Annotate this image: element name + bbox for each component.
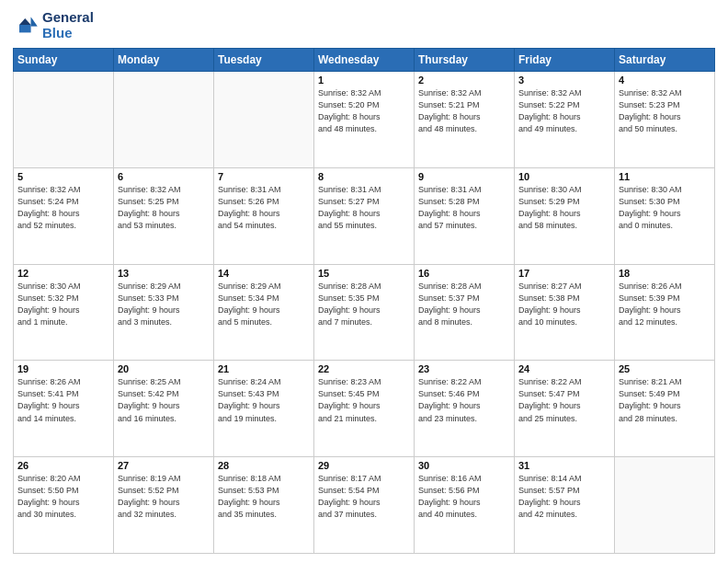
day-detail: Sunrise: 8:20 AM Sunset: 5:50 PM Dayligh…	[17, 473, 109, 521]
weekday-header-row: SundayMondayTuesdayWednesdayThursdayFrid…	[14, 49, 715, 72]
page: General Blue SundayMondayTuesdayWednesda…	[0, 0, 728, 563]
day-number: 22	[318, 363, 410, 374]
day-cell-9: 9Sunrise: 8:31 AM Sunset: 5:28 PM Daylig…	[415, 167, 515, 264]
day-number: 30	[418, 460, 510, 471]
day-cell-18: 18Sunrise: 8:26 AM Sunset: 5:39 PM Dayli…	[615, 264, 715, 361]
svg-rect-2	[19, 25, 31, 32]
day-number: 4	[619, 75, 711, 86]
day-detail: Sunrise: 8:31 AM Sunset: 5:26 PM Dayligh…	[218, 184, 310, 232]
day-cell-4: 4Sunrise: 8:32 AM Sunset: 5:23 PM Daylig…	[615, 72, 715, 168]
day-detail: Sunrise: 8:28 AM Sunset: 5:35 PM Dayligh…	[318, 281, 410, 328]
day-cell-25: 25Sunrise: 8:21 AM Sunset: 5:49 PM Dayli…	[615, 361, 715, 457]
day-detail: Sunrise: 8:18 AM Sunset: 5:53 PM Dayligh…	[218, 473, 310, 521]
weekday-tuesday: Tuesday	[214, 49, 314, 72]
day-cell-21: 21Sunrise: 8:24 AM Sunset: 5:43 PM Dayli…	[214, 361, 314, 457]
day-detail: Sunrise: 8:23 AM Sunset: 5:45 PM Dayligh…	[318, 376, 410, 424]
day-number: 31	[518, 460, 610, 471]
svg-marker-1	[31, 17, 38, 27]
week-row-4: 19Sunrise: 8:26 AM Sunset: 5:41 PM Dayli…	[14, 361, 715, 457]
day-cell-16: 16Sunrise: 8:28 AM Sunset: 5:37 PM Dayli…	[415, 264, 515, 361]
day-cell-19: 19Sunrise: 8:26 AM Sunset: 5:41 PM Dayli…	[14, 361, 114, 457]
day-detail: Sunrise: 8:17 AM Sunset: 5:54 PM Dayligh…	[318, 473, 410, 521]
day-cell-10: 10Sunrise: 8:30 AM Sunset: 5:29 PM Dayli…	[515, 167, 615, 264]
week-row-2: 5Sunrise: 8:32 AM Sunset: 5:24 PM Daylig…	[14, 167, 715, 264]
day-cell-24: 24Sunrise: 8:22 AM Sunset: 5:47 PM Dayli…	[515, 361, 615, 457]
day-cell-12: 12Sunrise: 8:30 AM Sunset: 5:32 PM Dayli…	[14, 264, 114, 361]
calendar-table: SundayMondayTuesdayWednesdayThursdayFrid…	[13, 48, 715, 554]
day-detail: Sunrise: 8:28 AM Sunset: 5:37 PM Dayligh…	[418, 281, 510, 328]
day-detail: Sunrise: 8:32 AM Sunset: 5:23 PM Dayligh…	[619, 87, 711, 135]
week-row-5: 26Sunrise: 8:20 AM Sunset: 5:50 PM Dayli…	[14, 457, 715, 554]
day-detail: Sunrise: 8:16 AM Sunset: 5:56 PM Dayligh…	[418, 473, 510, 521]
day-detail: Sunrise: 8:24 AM Sunset: 5:43 PM Dayligh…	[218, 376, 310, 424]
day-cell-22: 22Sunrise: 8:23 AM Sunset: 5:45 PM Dayli…	[314, 361, 415, 457]
day-cell-17: 17Sunrise: 8:27 AM Sunset: 5:38 PM Dayli…	[515, 264, 615, 361]
day-cell-6: 6Sunrise: 8:32 AM Sunset: 5:25 PM Daylig…	[114, 167, 214, 264]
day-cell-28: 28Sunrise: 8:18 AM Sunset: 5:53 PM Dayli…	[214, 457, 314, 554]
day-detail: Sunrise: 8:32 AM Sunset: 5:25 PM Dayligh…	[118, 184, 210, 232]
day-number: 7	[218, 171, 310, 182]
day-detail: Sunrise: 8:26 AM Sunset: 5:41 PM Dayligh…	[17, 376, 109, 424]
weekday-monday: Monday	[114, 49, 214, 72]
day-cell-5: 5Sunrise: 8:32 AM Sunset: 5:24 PM Daylig…	[14, 167, 114, 264]
empty-cell	[14, 72, 114, 168]
day-cell-23: 23Sunrise: 8:22 AM Sunset: 5:46 PM Dayli…	[415, 361, 515, 457]
day-detail: Sunrise: 8:22 AM Sunset: 5:47 PM Dayligh…	[518, 376, 610, 424]
day-number: 29	[318, 460, 410, 471]
week-row-1: 1Sunrise: 8:32 AM Sunset: 5:20 PM Daylig…	[14, 72, 715, 168]
day-detail: Sunrise: 8:31 AM Sunset: 5:27 PM Dayligh…	[318, 184, 410, 232]
day-cell-26: 26Sunrise: 8:20 AM Sunset: 5:50 PM Dayli…	[14, 457, 114, 554]
day-detail: Sunrise: 8:25 AM Sunset: 5:42 PM Dayligh…	[118, 376, 210, 424]
day-detail: Sunrise: 8:14 AM Sunset: 5:57 PM Dayligh…	[518, 473, 610, 521]
day-detail: Sunrise: 8:31 AM Sunset: 5:28 PM Dayligh…	[418, 184, 510, 232]
weekday-sunday: Sunday	[14, 49, 114, 72]
day-cell-11: 11Sunrise: 8:30 AM Sunset: 5:30 PM Dayli…	[615, 167, 715, 264]
day-number: 27	[118, 460, 210, 471]
day-detail: Sunrise: 8:29 AM Sunset: 5:33 PM Dayligh…	[118, 281, 210, 328]
day-cell-8: 8Sunrise: 8:31 AM Sunset: 5:27 PM Daylig…	[314, 167, 415, 264]
day-detail: Sunrise: 8:30 AM Sunset: 5:30 PM Dayligh…	[619, 184, 711, 232]
day-number: 21	[218, 363, 310, 374]
day-detail: Sunrise: 8:26 AM Sunset: 5:39 PM Dayligh…	[619, 281, 711, 328]
day-cell-20: 20Sunrise: 8:25 AM Sunset: 5:42 PM Dayli…	[114, 361, 214, 457]
day-number: 13	[118, 268, 210, 279]
empty-cell	[615, 457, 715, 554]
day-number: 11	[619, 171, 711, 182]
day-cell-15: 15Sunrise: 8:28 AM Sunset: 5:35 PM Dayli…	[314, 264, 415, 361]
day-cell-2: 2Sunrise: 8:32 AM Sunset: 5:21 PM Daylig…	[415, 72, 515, 168]
day-number: 23	[418, 363, 510, 374]
logo: General Blue	[13, 9, 94, 40]
day-number: 24	[518, 363, 610, 374]
day-cell-3: 3Sunrise: 8:32 AM Sunset: 5:22 PM Daylig…	[515, 72, 615, 168]
day-detail: Sunrise: 8:27 AM Sunset: 5:38 PM Dayligh…	[518, 281, 610, 328]
weekday-thursday: Thursday	[415, 49, 515, 72]
svg-marker-3	[19, 18, 31, 25]
weekday-friday: Friday	[515, 49, 615, 72]
day-number: 25	[619, 363, 711, 374]
logo-icon	[13, 12, 39, 38]
day-detail: Sunrise: 8:32 AM Sunset: 5:22 PM Dayligh…	[518, 87, 610, 135]
day-number: 26	[17, 460, 109, 471]
day-detail: Sunrise: 8:32 AM Sunset: 5:24 PM Dayligh…	[17, 184, 109, 232]
weekday-saturday: Saturday	[615, 49, 715, 72]
day-number: 12	[17, 268, 109, 279]
day-number: 8	[318, 171, 410, 182]
day-detail: Sunrise: 8:19 AM Sunset: 5:52 PM Dayligh…	[118, 473, 210, 521]
day-number: 14	[218, 268, 310, 279]
day-detail: Sunrise: 8:30 AM Sunset: 5:29 PM Dayligh…	[518, 184, 610, 232]
day-detail: Sunrise: 8:32 AM Sunset: 5:20 PM Dayligh…	[318, 87, 410, 135]
day-number: 2	[418, 75, 510, 86]
day-number: 3	[518, 75, 610, 86]
day-cell-1: 1Sunrise: 8:32 AM Sunset: 5:20 PM Daylig…	[314, 72, 415, 168]
day-number: 28	[218, 460, 310, 471]
day-cell-27: 27Sunrise: 8:19 AM Sunset: 5:52 PM Dayli…	[114, 457, 214, 554]
empty-cell	[214, 72, 314, 168]
day-detail: Sunrise: 8:29 AM Sunset: 5:34 PM Dayligh…	[218, 281, 310, 328]
day-detail: Sunrise: 8:21 AM Sunset: 5:49 PM Dayligh…	[619, 376, 711, 424]
day-number: 17	[518, 268, 610, 279]
day-number: 18	[619, 268, 711, 279]
day-cell-14: 14Sunrise: 8:29 AM Sunset: 5:34 PM Dayli…	[214, 264, 314, 361]
day-number: 1	[318, 75, 410, 86]
day-cell-31: 31Sunrise: 8:14 AM Sunset: 5:57 PM Dayli…	[515, 457, 615, 554]
day-number: 16	[418, 268, 510, 279]
